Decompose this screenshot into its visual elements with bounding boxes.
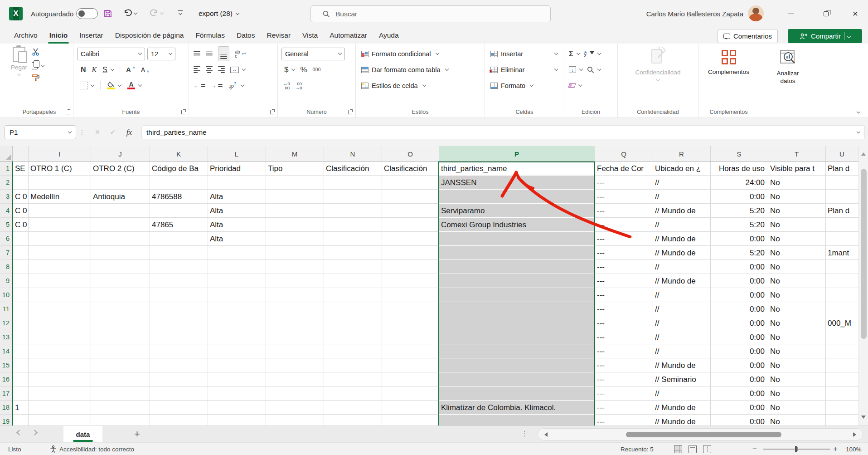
clipboard-dialog-launcher-icon[interactable]	[66, 110, 70, 114]
tab-vista[interactable]: Vista	[296, 27, 324, 44]
normal-view-icon[interactable]	[674, 445, 682, 453]
cell-Q12[interactable]: ---	[597, 316, 652, 330]
formula-input[interactable]: third_parties_name	[141, 125, 865, 139]
cell-Q10[interactable]: ---	[597, 288, 652, 302]
cell-H18[interactable]: 1	[15, 401, 27, 415]
font-color-button[interactable]: A	[127, 82, 141, 90]
currency-format-button[interactable]: $	[284, 65, 295, 74]
cell-S4[interactable]: 5:20	[713, 204, 767, 218]
zoom-slider[interactable]	[763, 449, 830, 450]
italic-button[interactable]: K	[92, 66, 97, 74]
copy-button[interactable]	[32, 62, 44, 69]
cell-R6[interactable]: // Mundo de	[655, 232, 709, 246]
cell-S11[interactable]: 0:00	[713, 302, 767, 316]
cell-T3[interactable]: No	[770, 190, 824, 204]
cell-S19[interactable]: 0:00	[713, 415, 767, 426]
cell-S6[interactable]: 0:00	[713, 232, 767, 246]
column-header-O[interactable]: O	[382, 146, 439, 161]
search-input[interactable]: Buscar	[310, 5, 551, 22]
cell-S13[interactable]: 0:00	[713, 330, 767, 344]
cell-R14[interactable]: //	[655, 344, 709, 358]
zoom-slider-handle[interactable]	[795, 446, 797, 452]
cell-S14[interactable]: 0:00	[713, 344, 767, 358]
cell-L1[interactable]: Prioridad	[210, 161, 265, 176]
row-header-18[interactable]: 18	[0, 401, 13, 415]
cell-S10[interactable]: 0:00	[713, 288, 767, 302]
cell-T8[interactable]: No	[770, 260, 824, 274]
cell-S2[interactable]: 24:00	[713, 176, 767, 190]
cell-S5[interactable]: 5:20	[713, 218, 767, 232]
cell-Q17[interactable]: ---	[597, 387, 652, 401]
cell-Q8[interactable]: ---	[597, 260, 652, 274]
cell-J1[interactable]: OTRO 2 (C)	[93, 161, 149, 176]
row-header-13[interactable]: 13	[0, 330, 13, 344]
horizontal-scrollbar[interactable]	[538, 428, 863, 440]
cell-R10[interactable]: //	[655, 288, 709, 302]
cell-T13[interactable]: No	[770, 330, 824, 344]
comma-format-icon[interactable]: 000	[313, 67, 321, 72]
column-header-H[interactable]	[13, 146, 28, 161]
cell-N1[interactable]: Clasificación	[326, 161, 381, 176]
column-header-T[interactable]: T	[768, 146, 825, 161]
cell-H4[interactable]: C 01	[15, 204, 27, 218]
column-header-L[interactable]: L	[208, 146, 266, 161]
column-header-I[interactable]: I	[28, 146, 91, 161]
cell-R2[interactable]: //	[655, 176, 709, 190]
row-header-4[interactable]: 4	[0, 204, 13, 218]
close-button[interactable]: ×	[843, 0, 868, 27]
cell-T2[interactable]: No	[770, 176, 824, 190]
increase-indent-icon[interactable]: →	[211, 83, 223, 89]
find-select-button[interactable]	[587, 66, 601, 73]
prev-sheet-icon[interactable]	[16, 430, 22, 435]
save-icon[interactable]	[103, 9, 112, 18]
row-header-10[interactable]: 10	[0, 288, 13, 302]
cell-Q2[interactable]: ---	[597, 176, 652, 190]
cell-Q13[interactable]: ---	[597, 330, 652, 344]
cell-S15[interactable]: 0:00	[713, 358, 767, 372]
fill-button[interactable]: ↓	[569, 66, 582, 73]
cell-K1[interactable]: Código de Ba	[152, 161, 207, 176]
tab-datos[interactable]: Datos	[231, 27, 261, 44]
cell-L3[interactable]: Alta	[210, 190, 265, 204]
account-name[interactable]: Carlos Mario Ballesteros Zapata	[626, 0, 743, 27]
cell-S9[interactable]: 0:00	[713, 274, 767, 288]
vertical-scrollbar[interactable]	[858, 146, 868, 426]
column-header-P[interactable]: P	[439, 146, 595, 161]
cell-M1[interactable]: Tipo	[268, 161, 323, 176]
column-header-M[interactable]: M	[266, 146, 324, 161]
cell-R9[interactable]: // Mundo de	[655, 274, 709, 288]
column-header-J[interactable]: J	[91, 146, 150, 161]
underline-button[interactable]: S	[102, 66, 114, 74]
page-layout-view-icon[interactable]	[689, 445, 697, 453]
sensitivity-label[interactable]: Confidencialidad	[635, 69, 681, 76]
orientation-button[interactable]: ab↗	[228, 83, 244, 88]
increase-decimal-icon[interactable]: ←0.00	[283, 82, 290, 90]
cell-K5[interactable]: 47865	[152, 218, 207, 232]
cell-T18[interactable]: No	[770, 401, 824, 415]
scroll-down-icon[interactable]	[861, 416, 866, 421]
row-header-8[interactable]: 8	[0, 260, 13, 274]
accessibility-status[interactable]: Accesibilidad: todo correcto	[50, 443, 134, 455]
cell-U4[interactable]: Plan d	[828, 204, 858, 218]
tab-disposición-de-página[interactable]: Disposición de página	[109, 27, 190, 44]
cell-R1[interactable]: Ubicado en ¿	[655, 161, 709, 176]
cell-T12[interactable]: No	[770, 316, 824, 330]
cell-Q11[interactable]: ---	[597, 302, 652, 316]
tab-archivo[interactable]: Archivo	[8, 27, 44, 44]
restore-button[interactable]	[813, 0, 839, 27]
tab-inicio[interactable]: Inicio	[44, 27, 73, 44]
tab-ayuda[interactable]: Ayuda	[373, 27, 405, 44]
cell-I3[interactable]: Medellín	[30, 190, 90, 204]
column-header-N[interactable]: N	[324, 146, 382, 161]
paste-button[interactable]: Pegar	[11, 47, 27, 107]
name-box[interactable]: P1	[5, 125, 76, 139]
confirm-entry-icon[interactable]: ✓	[106, 125, 120, 139]
scroll-left-icon[interactable]	[542, 432, 548, 437]
cell-Q19[interactable]: ---	[597, 415, 652, 426]
cell-S12[interactable]: 0:00	[713, 316, 767, 330]
cell-J3[interactable]: Antioquia	[93, 190, 149, 204]
cell-R8[interactable]: //	[655, 260, 709, 274]
alignment-dialog-launcher-icon[interactable]	[270, 110, 274, 114]
vertical-scroll-thumb[interactable]	[861, 169, 867, 339]
cell-Q4[interactable]: ---	[597, 204, 652, 218]
